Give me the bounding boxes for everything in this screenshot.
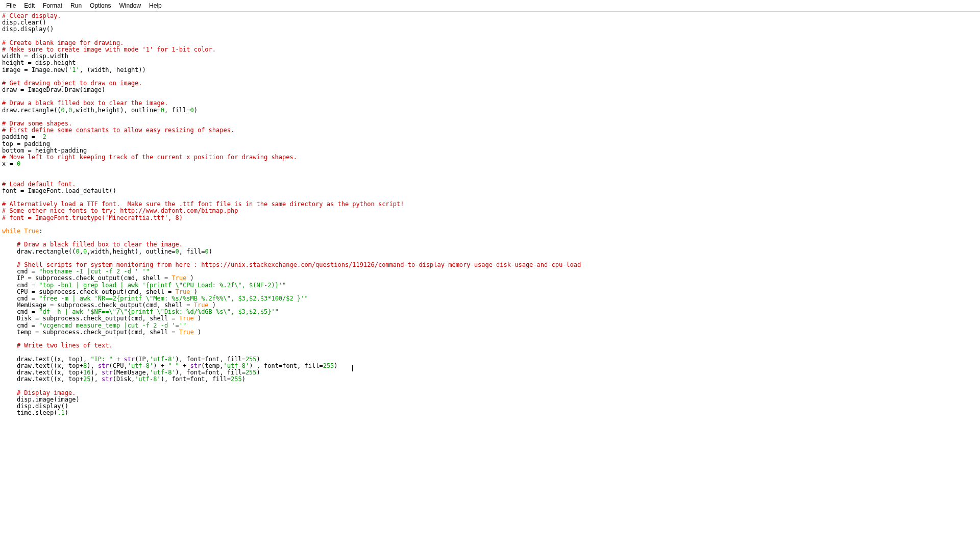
menu-format[interactable]: Format (39, 1, 66, 10)
code-line: draw.text((x, top), "IP: " + str(IP,'utf… (2, 356, 260, 363)
code-line: disp.clear() (2, 19, 46, 26)
code-comment: # Display image. (2, 389, 76, 396)
code-line: draw.text((x, top+25), str(Disk,'utf-8')… (2, 375, 246, 383)
code-comment: # Shell scripts for system monitoring fr… (2, 261, 581, 268)
menu-file[interactable]: File (2, 1, 20, 10)
code-comment: # Clear display. (2, 12, 61, 19)
code-line: draw.rectangle((0,0,width,height), outli… (2, 248, 212, 255)
menu-edit[interactable]: Edit (20, 1, 39, 10)
code-line: disp.image(image) (2, 396, 80, 403)
code-line: disp.display() (2, 403, 68, 410)
code-comment: # Alternatively load a TTF font. Make su… (2, 201, 404, 208)
code-comment: # font = ImageFont.truetype('Minecraftia… (2, 214, 183, 221)
code-line: x = 0 (2, 160, 20, 167)
code-comment: # Some other nice fonts to try: http://w… (2, 207, 238, 214)
code-line: while True: (2, 228, 43, 235)
code-line: height = disp.height (2, 59, 76, 66)
code-comment: # Get drawing object to draw on image. (2, 80, 142, 87)
menu-options[interactable]: Options (86, 1, 115, 10)
code-comment: # Load default font. (2, 181, 76, 188)
code-line: width = disp.width (2, 53, 68, 60)
menu-help[interactable]: Help (145, 1, 166, 10)
code-comment: # Create blank image for drawing. (2, 39, 124, 46)
code-line: cmd = "df -h | awk '$NF==\"/\"{printf \"… (2, 308, 279, 315)
code-comment: # Move left to right keeping track of th… (2, 154, 297, 161)
menu-window[interactable]: Window (115, 1, 145, 10)
code-line: IP = subprocess.check_output(cmd, shell … (2, 274, 194, 282)
code-line: cmd = "vcgencmd measure_temp |cut -f 2 -… (2, 322, 186, 329)
code-comment: # First define some constants to allow e… (2, 127, 234, 134)
code-line: bottom = height-padding (2, 147, 87, 154)
code-line: padding = -2 (2, 133, 46, 140)
code-comment: # Write two lines of text. (2, 342, 113, 349)
code-line: disp.display() (2, 26, 54, 33)
code-comment: # Make sure to create image with mode '1… (2, 46, 216, 53)
code-line: cmd = "free -m | awk 'NR==2{printf \"Mem… (2, 295, 308, 302)
code-line: time.sleep(.1) (2, 409, 68, 416)
code-line: temp = subprocess.check_output(cmd, shel… (2, 329, 201, 336)
code-line: Disk = subprocess.check_output(cmd, shel… (2, 315, 201, 322)
code-line: top = padding (2, 140, 50, 147)
code-editor[interactable]: # Clear display. disp.clear() disp.displ… (0, 12, 980, 417)
menubar: File Edit Format Run Options Window Help (0, 0, 980, 12)
code-line: cmd = "hostname -I |cut -f 2 -d ' '" (2, 268, 150, 275)
code-line: draw.text((x, top+8), str(CPU,'utf-8') +… (2, 362, 338, 369)
code-comment: # Draw a black filled box to clear the i… (2, 99, 168, 107)
code-line: MemUsage = subprocess.check_output(cmd, … (2, 302, 216, 309)
code-comment: # Draw some shapes. (2, 120, 72, 127)
code-line: CPU = subprocess.check_output(cmd, shell… (2, 288, 198, 295)
code-line: image = Image.new('1', (width, height)) (2, 66, 146, 73)
code-line: font = ImageFont.load_default() (2, 187, 116, 194)
code-line: draw = ImageDraw.Draw(image) (2, 86, 105, 93)
code-comment: # Draw a black filled box to clear the i… (2, 241, 183, 248)
code-line: cmd = "top -bn1 | grep load | awk '{prin… (2, 282, 286, 289)
code-line: draw.text((x, top+16), str(MemUsage,'utf… (2, 369, 260, 376)
code-line: draw.rectangle((0,0,width,height), outli… (2, 107, 198, 114)
text-cursor (352, 365, 353, 371)
menu-run[interactable]: Run (66, 1, 86, 10)
